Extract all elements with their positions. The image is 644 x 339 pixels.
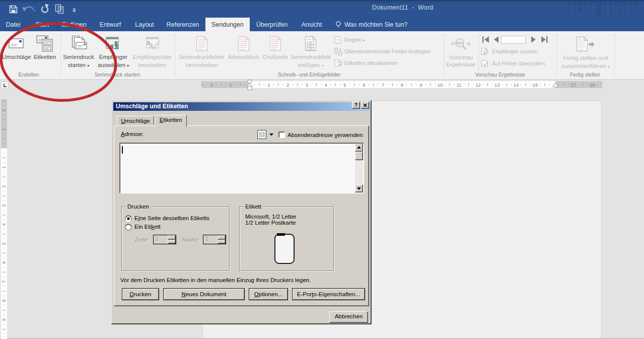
svg-text:15: 15 — [533, 82, 538, 88]
svg-text:13: 13 — [494, 82, 500, 88]
svg-text:8: 8 — [401, 82, 403, 88]
svg-text:5: 5 — [2, 242, 7, 245]
svg-text:14: 14 — [514, 82, 519, 88]
svg-text:2: 2 — [2, 109, 7, 111]
svg-text:6: 6 — [363, 82, 365, 88]
svg-text:12: 12 — [475, 82, 481, 88]
svg-text:3: 3 — [306, 82, 308, 88]
svg-text:ABC: ABC — [456, 41, 464, 45]
svg-text:9: 9 — [420, 82, 422, 88]
svg-text:2: 2 — [2, 185, 7, 188]
svg-text:2: 2 — [287, 82, 289, 88]
svg-text:4: 4 — [325, 82, 327, 88]
svg-text:5: 5 — [343, 82, 346, 88]
svg-text:7: 7 — [2, 281, 7, 283]
svg-text:?: ? — [336, 38, 339, 42]
svg-text:1: 1 — [230, 82, 232, 88]
svg-text:9: 9 — [2, 318, 7, 321]
svg-text:11: 11 — [457, 82, 462, 88]
svg-text:8: 8 — [2, 299, 7, 302]
svg-text:17: 17 — [570, 82, 576, 88]
svg-text:10: 10 — [438, 82, 443, 88]
svg-text:6: 6 — [2, 261, 7, 264]
svg-text:1: 1 — [267, 82, 270, 88]
svg-text:18: 18 — [590, 82, 595, 88]
svg-text:7: 7 — [382, 82, 384, 88]
svg-text:2: 2 — [210, 82, 213, 88]
svg-text:3: 3 — [2, 204, 7, 207]
svg-text:1: 1 — [2, 128, 7, 130]
svg-text:4: 4 — [2, 223, 7, 226]
svg-text:1: 1 — [2, 166, 7, 169]
